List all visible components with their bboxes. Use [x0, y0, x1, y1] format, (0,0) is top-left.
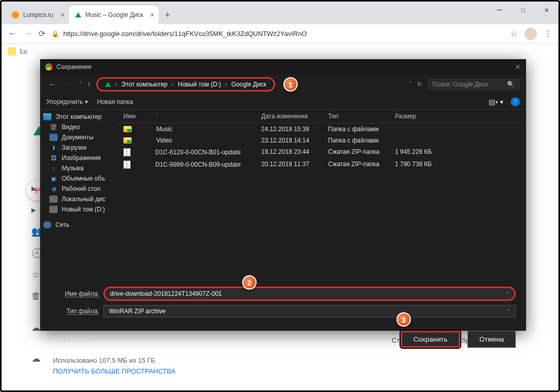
column-headers[interactable]: Имя˄ Дата изменения Тип Размер — [117, 110, 526, 123]
search-input[interactable]: Поиск: Google Диск 🔍 — [427, 79, 520, 90]
tree-item-network[interactable]: Сеть — [40, 220, 117, 230]
bookmark-item[interactable]: Lu — [20, 48, 27, 55]
tree-item-this-pc[interactable]: Этот компьютер — [40, 112, 117, 122]
new-folder-button[interactable]: Новая папка — [97, 98, 133, 105]
breadcrumb-item[interactable]: Этот компьютер — [121, 81, 168, 88]
url-text: https://drive.google.com/drive/folders/1… — [63, 30, 307, 38]
bookmark-folder-icon — [8, 47, 16, 56]
chevron-up-icon: ˄ — [50, 336, 53, 343]
save-button[interactable]: Сохранить — [401, 331, 460, 348]
chevron-down-icon[interactable]: ˅ — [409, 81, 412, 88]
storage-text: Использовано 107,5 МБ из 15 ГБ — [53, 357, 175, 364]
folder-tree[interactable]: Этот компьютер 🎬Видео Документы ⬇Загрузк… — [40, 110, 117, 279]
back-button[interactable]: ← — [46, 80, 58, 88]
close-icon[interactable]: × — [150, 11, 154, 19]
chevron-down-icon[interactable]: ˅ — [508, 309, 510, 314]
refresh-button[interactable]: ↻ — [417, 81, 422, 88]
tree-item-documents[interactable]: Документы — [40, 132, 117, 142]
close-icon[interactable]: × — [61, 11, 65, 19]
lock-icon: 🔒 — [51, 30, 59, 38]
browser-tab-active[interactable]: Music – Google Диск × — [69, 6, 159, 24]
view-options-button[interactable]: ▤▪ ▾ — [489, 98, 503, 106]
file-row[interactable]: Music 24.12.2018 15:38 Папка с файлами — [117, 123, 526, 135]
browser-tab[interactable]: Lumpics.ru × — [6, 6, 69, 24]
close-button[interactable]: ✕ — [535, 2, 558, 18]
tree-item-downloads[interactable]: ⬇Загрузки — [40, 142, 117, 153]
chevron-right-icon: › — [225, 81, 227, 88]
profile-avatar[interactable] — [525, 28, 537, 40]
storage-icon[interactable]: ☁ — [31, 353, 48, 364]
zip-icon — [123, 161, 131, 169]
annotation-badge-2: 2 — [242, 275, 257, 290]
file-row[interactable]: D1C-9999-0-00CN-B09-update 20.12.2018 11… — [117, 158, 526, 171]
file-list: Имя˄ Дата изменения Тип Размер Music 24.… — [117, 110, 526, 279]
folder-icon — [123, 126, 132, 132]
tree-item-music[interactable]: ♪Музыка — [40, 163, 117, 173]
file-row[interactable]: D1C-6120-0-00CN-B01-update 19.12.2018 23… — [117, 146, 526, 158]
back-button[interactable]: ← — [8, 28, 17, 39]
bookmark-star-icon[interactable]: ☆ — [510, 29, 517, 39]
file-row[interactable]: Video 23.12.2018 14:14 Папка с файлами — [117, 135, 526, 146]
zip-icon — [123, 148, 131, 156]
tree-item-local-disk[interactable]: Локальный дис — [40, 194, 117, 204]
chevron-down-icon[interactable]: ˅ — [507, 291, 509, 297]
chevron-right-icon: › — [115, 81, 117, 88]
dialog-titlebar: Сохранение ✕ — [40, 59, 526, 75]
address-bar[interactable]: 🔒 https://drive.google.com/drive/folders… — [51, 30, 504, 38]
search-placeholder: Поиск: Google Диск — [432, 81, 488, 88]
drive-icon — [105, 82, 111, 87]
help-icon[interactable]: ? — [511, 97, 520, 106]
chevron-down-icon[interactable]: ˅ — [79, 81, 82, 88]
tab-title: Lumpics.ru — [23, 11, 53, 19]
new-tab-button[interactable]: + — [165, 10, 170, 21]
hide-folders-toggle[interactable]: ˄ Скрыть папки — [50, 336, 96, 343]
chrome-icon — [45, 63, 52, 70]
minimize-button[interactable]: ─ — [487, 2, 511, 18]
maximize-button[interactable]: ☐ — [511, 2, 535, 18]
tree-item-pictures[interactable]: 🖼Изображения — [40, 153, 117, 163]
reload-button[interactable]: ⟳ — [39, 29, 45, 39]
filetype-label: Тип файла: — [50, 308, 99, 315]
sort-arrow-icon: ˄ — [156, 113, 159, 120]
chevron-right-icon: › — [172, 81, 174, 88]
favicon-icon — [12, 11, 19, 19]
folder-icon — [123, 137, 132, 144]
forward-button: → — [23, 28, 32, 39]
breadcrumb-item[interactable]: Google Диск — [231, 81, 266, 88]
search-icon: 🔍 — [507, 81, 515, 88]
forward-button: → — [63, 80, 74, 88]
filename-label: Имя файла: — [50, 290, 99, 297]
filename-input[interactable]: drive-download-20181224T134907Z-001 ˅ — [103, 287, 516, 301]
annotation-badge-3: 3 — [396, 312, 411, 327]
dialog-title: Сохранение — [57, 63, 92, 70]
cancel-button[interactable]: Отмена — [467, 331, 516, 348]
breadcrumb-item[interactable]: Новый том (D:) — [178, 81, 221, 88]
get-more-storage-link[interactable]: ПОЛУЧИТЬ БОЛЬШЕ ПРОСТРАНСТВА — [53, 367, 175, 375]
tab-title: Music – Google Диск — [85, 11, 143, 19]
tree-item-new-volume[interactable]: Новый том (D:) — [40, 204, 117, 215]
tree-item-video[interactable]: 🎬Видео — [40, 122, 117, 132]
annotation-badge-1: 1 — [283, 77, 298, 92]
filetype-select[interactable]: WinRAR ZIP archive ˅ — [103, 305, 516, 317]
drive-icon — [75, 12, 81, 17]
organize-menu[interactable]: Упорядочить ▾ — [46, 98, 88, 105]
breadcrumb[interactable]: › Этот компьютер › Новый том (D:) › Goog… — [96, 77, 275, 92]
menu-icon[interactable]: ⋮ — [544, 29, 552, 39]
tree-item-desktop[interactable]: 🖥Рабочий стол — [40, 184, 117, 194]
up-button[interactable]: ↑ — [87, 80, 91, 88]
save-dialog: Сохранение ✕ ← → ˅ ↑ › Этот компьютер › … — [40, 59, 526, 331]
tree-item-3d[interactable]: ▣Объемные объ — [40, 173, 117, 184]
close-icon[interactable]: ✕ — [515, 63, 521, 71]
